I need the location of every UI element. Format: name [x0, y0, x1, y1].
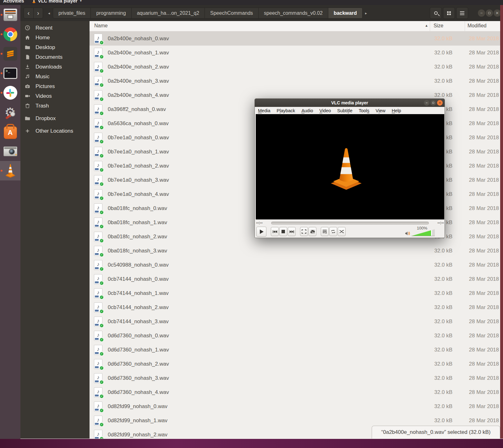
breadcrumb-speech-commands-v0-02[interactable]: speech_commands_v0.02 [259, 8, 328, 18]
file-row[interactable]: ♪✓0a2b400e_nohash_0.wav32.0 kB28 Mar 201… [90, 31, 503, 46]
vlc-menu-audio[interactable]: Audio [301, 108, 313, 113]
breadcrumb-speechcommands[interactable]: SpeechCommands [205, 8, 259, 18]
dock-item-tweaks[interactable]: ⚙ [0, 102, 20, 122]
dock-item-screenshot[interactable] [0, 141, 20, 161]
file-row[interactable]: ♪✓0a2b400e_nohash_2.wav32.0 kB28 Mar 201… [90, 60, 503, 74]
wav-label [95, 281, 99, 283]
back-button[interactable]: ‹ [24, 8, 34, 18]
breadcrumb-programming[interactable]: programming [91, 8, 131, 18]
synced-check-icon: ✓ [99, 210, 104, 215]
sidebar-item-music[interactable]: Music [20, 72, 90, 81]
vlc-menu-tools[interactable]: Tools [359, 108, 369, 113]
extended-settings-button[interactable] [309, 227, 316, 236]
desktop-background [0, 439, 503, 448]
dock-item-chrome[interactable] [0, 25, 20, 44]
vlc-menu-media[interactable]: Media [258, 108, 271, 113]
fullscreen-button[interactable] [300, 227, 308, 236]
dock-item-software[interactable]: A [0, 122, 20, 141]
breadcrumb-backward[interactable]: backward [328, 8, 362, 18]
dock-item-vlc[interactable] [0, 161, 20, 180]
vlc-titlebar[interactable]: VLC media player − ✕ [255, 99, 445, 107]
file-name: 0cb74144_nohash_2.wav [108, 304, 169, 311]
breadcrumb-aquarium-ha-on-2021-q2[interactable]: aquarium_ha…on_2021_q2 [132, 8, 205, 18]
audio-file-icon: ♪✓ [94, 147, 102, 157]
loop-button[interactable] [329, 227, 337, 236]
file-row[interactable]: ♪✓0a2b400e_nohash_3.wav32.0 kB28 Mar 201… [90, 74, 503, 88]
next-button[interactable] [288, 227, 296, 236]
file-size: 32.0 kB [434, 318, 452, 325]
vlc-menu-view[interactable]: View [376, 108, 385, 113]
column-header-name[interactable]: Name [94, 23, 108, 29]
previous-button[interactable] [271, 227, 279, 236]
breadcrumb-scroll-left-icon[interactable]: ◂ [47, 8, 51, 19]
sidebar-item-documents[interactable]: Documents [20, 52, 90, 62]
file-modified: 28 Mar 2018 [469, 403, 499, 410]
breadcrumb-scroll-right-icon[interactable]: ▸ [363, 8, 369, 19]
column-header-modified[interactable]: Modified [467, 23, 486, 29]
dock-item-sublime[interactable] [0, 44, 20, 64]
file-row[interactable]: ♪✓0d6d7360_nohash_2.wav32.0 kB28 Mar 201… [90, 357, 503, 371]
dock-item-slack[interactable] [0, 83, 20, 102]
sidebar-item-label: Dropbox [36, 115, 56, 122]
file-size: 32.0 kB [434, 50, 452, 56]
file-row[interactable]: ♪✓0d6d7360_nohash_1.wav32.0 kB28 Mar 201… [90, 343, 503, 357]
sidebar-item-other-locations[interactable]: Other Locations [20, 126, 90, 136]
sidebar-item-pictures[interactable]: Pictures [20, 81, 90, 91]
file-row[interactable]: ♪✓0cb74144_nohash_2.wav32.0 kB28 Mar 201… [90, 300, 503, 314]
file-row[interactable]: ♪✓0cb74144_nohash_3.wav32.0 kB28 Mar 201… [90, 314, 503, 329]
sidebar-item-videos[interactable]: Videos [20, 91, 90, 101]
forward-button[interactable]: › [34, 8, 43, 18]
search-button[interactable] [430, 7, 442, 19]
file-modified: 28 Mar 2018 [469, 219, 499, 226]
breadcrumb-private-files[interactable]: private_files [53, 8, 91, 18]
vlc-menu-video[interactable]: Video [319, 108, 331, 113]
dock-item-terminal[interactable]: >_ [0, 64, 20, 83]
vlc-close-button[interactable]: ✕ [437, 100, 443, 106]
playlist-button[interactable] [321, 227, 329, 236]
sidebar-item-home[interactable]: Home [20, 33, 90, 42]
grid-view-button[interactable] [443, 7, 455, 19]
file-row[interactable]: ♪✓0d6d7360_nohash_0.wav32.0 kB28 Mar 201… [90, 329, 503, 343]
vlc-maximize-button[interactable] [430, 100, 436, 106]
vlc-window-title: VLC media player [331, 100, 368, 105]
file-row[interactable]: ♪✓0c540988_nohash_0.wav32.0 kB28 Mar 201… [90, 258, 503, 272]
file-row[interactable]: ♪✓0cb74144_nohash_0.wav32.0 kB28 Mar 201… [90, 272, 503, 286]
vlc-seek-slider[interactable] [271, 222, 429, 224]
play-button[interactable] [256, 227, 266, 237]
file-row[interactable]: ♪✓0d6d7360_nohash_3.wav32.0 kB28 Mar 201… [90, 371, 503, 385]
focused-app-name: VLC media player [38, 0, 78, 3]
maximize-button[interactable] [486, 9, 493, 17]
sidebar-item-desktop[interactable]: Desktop [20, 42, 90, 52]
wav-label [95, 140, 99, 142]
window-menu-button[interactable] [456, 7, 468, 19]
stop-button[interactable] [279, 227, 287, 236]
sidebar-item-recent[interactable]: Recent [20, 23, 90, 33]
sidebar-item-downloads[interactable]: Downloads [20, 62, 90, 72]
file-row[interactable]: ♪✓0cb74144_nohash_1.wav32.0 kB28 Mar 201… [90, 286, 503, 300]
file-name: 0ba018fc_nohash_0.wav [108, 205, 167, 212]
vlc-menu-playback[interactable]: Playback [277, 108, 295, 113]
sidebar-item-trash[interactable]: Trash [20, 101, 90, 111]
vertical-scrollbar[interactable] [500, 5, 503, 439]
app-menu-button[interactable]: VLC media player ▾ [32, 0, 82, 3]
column-header-size[interactable]: Size [434, 23, 443, 29]
audio-file-icon: ♪✓ [94, 175, 102, 185]
dock-item-files[interactable] [0, 5, 20, 25]
trash-icon [25, 103, 30, 108]
sidebar-item-dropbox[interactable]: Dropbox [20, 113, 90, 123]
audio-file-icon: ♪✓ [94, 288, 102, 298]
minimize-button[interactable]: − [478, 9, 485, 17]
file-row[interactable]: ♪✓0a2b400e_nohash_1.wav32.0 kB28 Mar 201… [90, 46, 503, 60]
activities-button[interactable]: Activities [3, 0, 24, 3]
vlc-menu-subtitle[interactable]: Subtitle [337, 108, 352, 113]
vlc-menu-help[interactable]: Help [392, 108, 401, 113]
file-row[interactable]: ♪✓0d6d7360_nohash_4.wav32.0 kB28 Mar 201… [90, 385, 503, 399]
file-row[interactable]: ♪✓0ba018fc_nohash_3.wav32.0 kB28 Mar 201… [90, 244, 503, 258]
file-size: 32.0 kB [434, 333, 452, 339]
file-row[interactable]: ♪✓0d82fd99_nohash_0.wav32.0 kB28 Mar 201… [90, 399, 503, 413]
file-modified: 28 Mar 2018 [469, 64, 499, 70]
vlc-minimize-button[interactable]: − [424, 100, 429, 106]
shuffle-button[interactable] [338, 227, 346, 236]
volume-slider[interactable] [411, 229, 435, 236]
close-button[interactable]: ✕ [494, 9, 501, 17]
